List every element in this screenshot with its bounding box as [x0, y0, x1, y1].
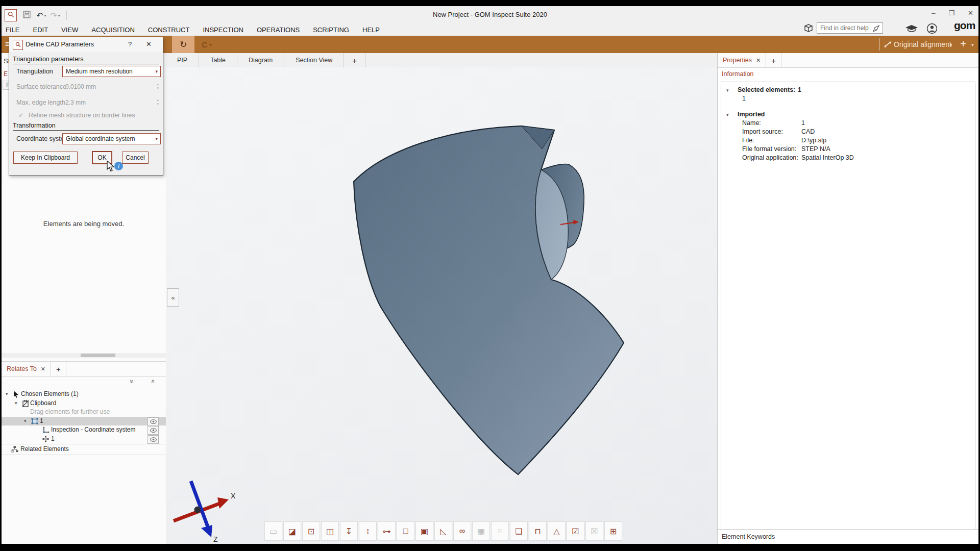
distribute-center-button[interactable]: ↕ — [359, 521, 377, 541]
add-alignment-caret-icon[interactable]: ▾ — [971, 42, 974, 47]
tree-arrow-icon[interactable]: ▾ — [6, 391, 8, 396]
rocket-icon[interactable] — [872, 24, 880, 35]
tab-diagram[interactable]: Diagram — [237, 53, 284, 67]
fit-selection-button[interactable]: ⌗ — [491, 521, 509, 541]
tree-row-element-child[interactable]: 1 — [2, 435, 166, 444]
dialog-title-bar[interactable]: Define CAD Parameters ? ✕ — [9, 37, 163, 52]
surface-comparison-button[interactable]: ◪ — [283, 521, 301, 541]
surface-tolerance-field[interactable]: 0.0100 mm ▴▾ — [62, 82, 161, 92]
triangulation-label: Triangulation — [16, 68, 53, 75]
section-triangulation-parameters: Triangulation parameters — [13, 56, 159, 64]
add-alignment-button[interactable]: + — [960, 38, 966, 50]
corner-frame-button[interactable]: ❏ — [510, 521, 528, 541]
key-dimension-button[interactable]: ⊶ — [378, 521, 396, 541]
recalculate-caret-icon[interactable]: ▾ — [210, 42, 212, 47]
menu-scripting[interactable]: SCRIPTING — [313, 26, 349, 34]
divider — [2, 455, 166, 455]
triangle-annotation-button[interactable]: △ — [548, 521, 566, 541]
menu-help[interactable]: HELP — [362, 26, 380, 34]
keep-in-clipboard-button[interactable]: Keep In Clipboard — [13, 152, 78, 164]
3d-canvas[interactable]: X Z « ▭ ◪ ⊡ ◫ ↧ ↕ ⊶ □ ▣ ◺ ∞ ▦ ⌗ ❏ ⊓ — [166, 67, 717, 544]
menu-inspection[interactable]: INSPECTION — [203, 26, 243, 34]
cancel-button[interactable]: Cancel — [122, 152, 149, 164]
report-remove-button[interactable]: ☒ — [585, 521, 603, 541]
tree-row-chosen-elements[interactable]: ▾ Chosen Elements (1) — [2, 390, 166, 399]
menu-acquisition[interactable]: ACQUISITION — [91, 26, 135, 34]
select-area-button[interactable]: ⊡ — [302, 521, 320, 541]
menu-construct[interactable]: CONSTRUCT — [148, 26, 190, 34]
selected-element-child-row[interactable]: 1 — [721, 95, 975, 104]
menu-view[interactable]: VIEW — [61, 26, 78, 34]
tree-arrow-icon[interactable]: ▾ — [726, 88, 729, 93]
align-down-button[interactable]: ↧ — [340, 521, 358, 541]
tree-arrow-icon[interactable]: ▾ — [24, 418, 27, 423]
scrollbar-thumb[interactable] — [81, 354, 115, 357]
collapse-panel-button[interactable]: « — [167, 288, 179, 307]
refine-mesh-checkbox[interactable]: ✓ — [18, 112, 23, 119]
tree-row-element-1[interactable]: ▾ 1 — [2, 417, 166, 426]
coordinate-system-dropdown[interactable]: Global coordinate system ▾ — [62, 133, 161, 144]
close-tab-icon[interactable]: ✕ — [756, 57, 761, 64]
cad-model[interactable] — [336, 117, 632, 485]
alignment-caret-icon[interactable]: ▾ — [950, 42, 952, 47]
tree-row-coordinate-system[interactable]: Inspection - Coordinate system — [2, 425, 166, 435]
menu-operations[interactable]: OPERATIONS — [257, 26, 300, 34]
tree-arrow-icon[interactable]: ▾ — [15, 400, 17, 406]
axis-x-label: X — [231, 492, 236, 500]
key-dimension-icon: ⊶ — [383, 527, 391, 536]
tab-relates-to[interactable]: Relates To ✕ — [2, 362, 51, 376]
refresh-icon: ↻ — [180, 39, 187, 50]
angle-ruler-button[interactable]: ◺ — [434, 521, 452, 541]
package-icon[interactable] — [803, 23, 814, 35]
frame-button[interactable]: □ — [397, 521, 414, 541]
dialog-search-button[interactable] — [13, 40, 23, 50]
tree-row-clipboard[interactable]: ▾ Clipboard — [2, 399, 166, 408]
menu-file[interactable]: FILE — [6, 26, 19, 34]
minimize-button[interactable]: – — [932, 9, 935, 17]
split-view-button[interactable]: ◫ — [321, 521, 339, 541]
tab-section-view[interactable]: Section View — [284, 53, 344, 67]
frame-icon: □ — [403, 527, 408, 536]
imported-row[interactable]: ▾ Imported — [721, 111, 975, 119]
properties-panel: Properties ✕ + Information ▾ Selected el… — [717, 53, 978, 544]
spinner-icon[interactable]: ▴▾ — [157, 98, 159, 106]
alignment-selector[interactable]: Original alignment — [894, 40, 951, 48]
deviation-labels-button[interactable]: ∞ — [453, 521, 471, 541]
mouse-cursor — [107, 161, 117, 172]
recalculate-button[interactable]: C ▾ — [195, 36, 218, 53]
user-account-icon[interactable] — [926, 23, 938, 36]
restore-button[interactable]: ❐ — [948, 9, 954, 17]
collapse-all-icon[interactable]: » — [149, 380, 156, 383]
close-tab-icon[interactable]: ✕ — [41, 366, 45, 372]
menu-edit[interactable]: EDIT — [33, 26, 48, 34]
layout-add-button[interactable]: ⊞ — [604, 521, 622, 541]
element-keywords-section[interactable]: Element Keywords — [718, 529, 978, 544]
bracket-frame-button[interactable]: ⊓ — [529, 521, 547, 541]
add-view-tab-button[interactable]: + — [344, 53, 365, 67]
tab-properties[interactable]: Properties ✕ — [718, 53, 766, 67]
add-tab-button[interactable]: + — [766, 53, 781, 67]
selected-elements-row[interactable]: ▾ Selected elements: 1 — [721, 86, 975, 95]
expand-all-icon[interactable]: » — [128, 380, 136, 383]
label-frame-button[interactable]: ▣ — [415, 521, 433, 541]
pip-toggle-button[interactable]: ▭ — [264, 521, 282, 541]
dialog-close-button[interactable]: ✕ — [146, 40, 152, 48]
visibility-toggle[interactable] — [148, 426, 159, 435]
visibility-toggle[interactable] — [148, 417, 159, 426]
triangulation-dropdown[interactable]: Medium mesh resolution ▾ — [62, 66, 161, 77]
max-edge-length-field[interactable]: 2.3 mm ▴▾ — [62, 97, 161, 108]
refresh-button[interactable]: ↻ — [172, 36, 194, 53]
add-tab-button[interactable]: + — [51, 362, 66, 376]
tree-arrow-icon[interactable]: ▾ — [726, 112, 729, 117]
training-cap-icon[interactable] — [905, 23, 918, 36]
grid-button[interactable]: ▦ — [472, 521, 490, 541]
tree-row-related-elements[interactable]: Related Elements — [2, 445, 166, 454]
visibility-toggle[interactable] — [148, 435, 159, 444]
tab-pip[interactable]: PIP — [166, 53, 199, 67]
spinner-icon[interactable]: ▴▾ — [157, 82, 159, 90]
close-button[interactable]: ✕ — [968, 9, 973, 17]
dialog-help-button[interactable]: ? — [128, 40, 132, 48]
report-check-button[interactable]: ☑ — [567, 521, 584, 541]
horizontal-scrollbar[interactable] — [2, 353, 166, 358]
tab-table[interactable]: Table — [199, 53, 237, 67]
